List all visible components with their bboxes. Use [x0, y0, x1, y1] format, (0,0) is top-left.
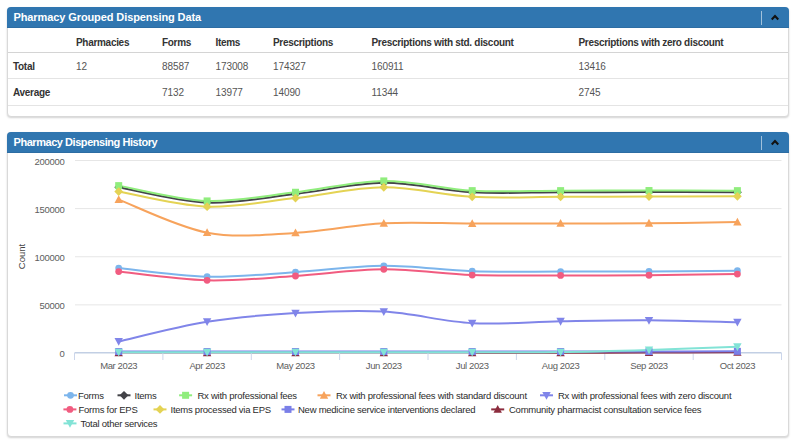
svg-text:Count: Count	[16, 243, 27, 269]
svg-text:Items processed via EPS: Items processed via EPS	[171, 404, 271, 415]
svg-text:May 2023: May 2023	[276, 360, 315, 371]
svg-text:Aug 2023: Aug 2023	[542, 360, 580, 371]
svg-text:Mar 2023: Mar 2023	[100, 360, 137, 371]
svg-text:50000: 50000	[40, 300, 65, 311]
svg-text:Rx with professional fees with: Rx with professional fees with standard …	[336, 390, 527, 401]
svg-text:150000: 150000	[35, 204, 65, 215]
svg-text:Items: Items	[135, 390, 157, 401]
svg-text:0: 0	[60, 348, 65, 359]
svg-text:Jul 2023: Jul 2023	[456, 360, 489, 371]
svg-text:Rx with professional fees: Rx with professional fees	[198, 390, 298, 401]
svg-text:Jun 2023: Jun 2023	[366, 360, 402, 371]
svg-text:Apr 2023: Apr 2023	[189, 360, 224, 371]
svg-text:New medicine service intervent: New medicine service interventions decla…	[298, 404, 475, 415]
svg-text:Community pharmacist consultat: Community pharmacist consultation servic…	[509, 404, 702, 415]
svg-text:200000: 200000	[35, 156, 65, 167]
svg-text:Forms: Forms	[78, 390, 104, 401]
svg-text:100000: 100000	[35, 252, 65, 263]
svg-text:Total other services: Total other services	[81, 418, 158, 429]
svg-text:Oct 2023: Oct 2023	[720, 360, 755, 371]
svg-text:Forms for EPS: Forms for EPS	[79, 404, 138, 415]
svg-text:Rx with professional fees with: Rx with professional fees with zero disc…	[558, 390, 732, 401]
svg-text:Sep 2023: Sep 2023	[630, 360, 668, 371]
